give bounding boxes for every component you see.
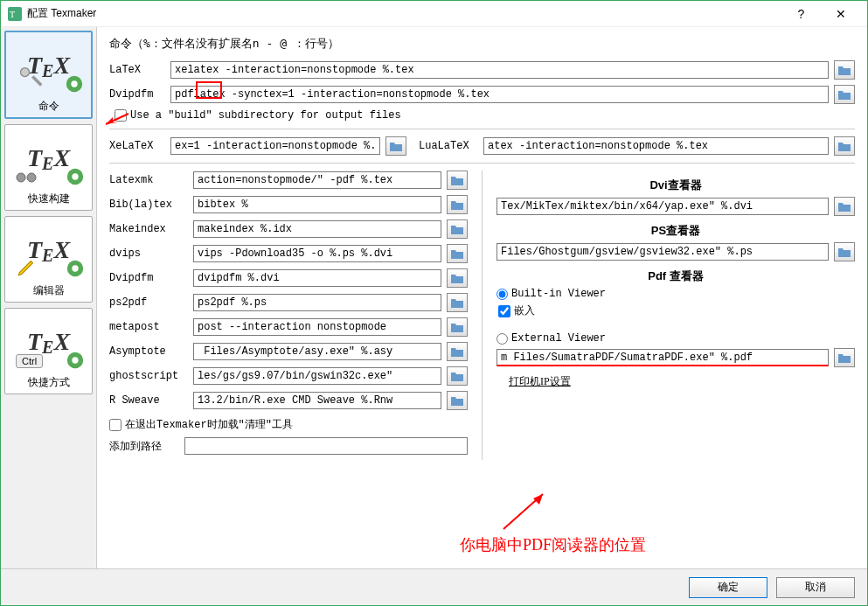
svg-point-10 (72, 265, 78, 271)
browse-button[interactable] (834, 60, 855, 80)
lualatex-label: LuaLaTeX (419, 140, 478, 152)
sidebar-item-label: 快速构建 (9, 192, 88, 206)
lualatex-input[interactable] (483, 137, 829, 155)
browse-button[interactable] (447, 268, 468, 288)
external-viewer-label: External Viewer (511, 332, 606, 345)
cmd-label: R Sweave (109, 394, 188, 407)
folder-icon (837, 352, 851, 364)
cmd-input[interactable] (193, 343, 441, 360)
sidebar-item-label: 命令 (10, 99, 87, 114)
cmd-input[interactable] (193, 367, 441, 385)
browse-button[interactable] (447, 244, 468, 263)
folder-icon (450, 394, 464, 407)
folder-icon (450, 223, 464, 235)
cmd-input[interactable] (193, 245, 441, 262)
browse-button[interactable] (447, 317, 468, 337)
cmd-input[interactable] (193, 196, 441, 213)
browse-button[interactable] (447, 391, 468, 410)
svg-point-12 (72, 357, 78, 363)
browse-button[interactable] (447, 293, 468, 312)
folder-icon (450, 247, 464, 260)
embed-checkbox[interactable] (498, 305, 510, 317)
folder-icon (837, 64, 851, 76)
sidebar-item-shortcuts[interactable]: TEX Ctrl 快捷方式 (4, 308, 93, 394)
svg-point-8 (72, 173, 78, 179)
svg-point-6 (27, 173, 36, 182)
dvi-viewer-input[interactable] (496, 198, 829, 215)
folder-icon (837, 88, 851, 101)
xelatex-label: XeLaTeX (109, 140, 165, 152)
sidebar: TEX 命令 TEX 快速构建 TEX 编辑器 (1, 27, 97, 605)
left-commands-column: LatexmkBib(la)texMakeindexdvipsDvipdfmps… (109, 171, 468, 460)
printer-settings-link[interactable]: 打印机IP设置 (509, 374, 855, 389)
folder-icon (450, 174, 464, 186)
browse-button[interactable] (834, 197, 855, 216)
xelatex-input[interactable] (170, 137, 380, 155)
ps-viewer-input[interactable] (496, 243, 829, 261)
cmd-input[interactable] (193, 269, 441, 287)
folder-icon (450, 199, 464, 211)
external-viewer-radio[interactable] (496, 333, 508, 345)
cleanup-checkbox[interactable] (109, 419, 122, 431)
dvipdfm-input[interactable] (170, 86, 829, 103)
folder-icon (837, 140, 851, 152)
annotation-arrow-icon (102, 110, 132, 131)
folder-icon (837, 246, 851, 258)
svg-text:T: T (10, 10, 15, 19)
browse-button[interactable] (834, 242, 855, 261)
addpath-input[interactable] (184, 437, 468, 455)
addpath-label: 添加到路径 (109, 439, 179, 454)
browse-button[interactable] (447, 342, 468, 361)
ok-button[interactable]: 确定 (689, 577, 767, 598)
cmd-label: ps2pdf (109, 296, 188, 309)
cmd-label: Dvipdfm (109, 272, 188, 284)
external-viewer-input[interactable] (496, 349, 829, 366)
main-panel: 命令（%：文件名没有扩展名n - @ ：行号） LaTeX Dvipdfm Us… (97, 27, 867, 605)
cmd-input[interactable] (193, 318, 441, 336)
browse-button[interactable] (385, 136, 406, 156)
svg-point-5 (17, 173, 25, 182)
builtin-viewer-label: Built-in Viewer (511, 288, 606, 300)
folder-icon (450, 345, 464, 358)
sidebar-item-editor[interactable]: TEX 编辑器 (4, 216, 93, 303)
embed-label: 嵌入 (514, 303, 535, 318)
app-icon: T (8, 7, 22, 21)
cleanup-label: 在退出Texmaker时加载"清理"工具 (125, 417, 293, 432)
builtin-viewer-radio[interactable] (496, 289, 508, 300)
viewers-column: Dvi查看器 PS查看器 Pdf 查看器 Built-in Viewer (496, 171, 855, 460)
close-button[interactable]: ✕ (821, 1, 860, 27)
cmd-input[interactable] (193, 171, 441, 189)
browse-button[interactable] (834, 348, 855, 367)
cmd-label: dvips (109, 247, 188, 260)
cmd-label: Makeindex (109, 223, 188, 235)
browse-button[interactable] (447, 171, 468, 190)
commands-heading: 命令（%：文件名没有扩展名n - @ ：行号） (109, 36, 855, 52)
folder-icon (450, 370, 464, 382)
cmd-input[interactable] (193, 392, 441, 409)
folder-icon (450, 296, 464, 309)
gear-icon (66, 167, 85, 186)
browse-button[interactable] (447, 195, 468, 214)
sidebar-item-commands[interactable]: TEX 命令 (4, 31, 93, 119)
ps-viewer-title: PS查看器 (496, 223, 855, 239)
sidebar-item-quickbuild[interactable]: TEX 快速构建 (4, 124, 93, 211)
gear-icon (66, 259, 85, 278)
browse-button[interactable] (834, 136, 855, 156)
browse-button[interactable] (447, 219, 468, 239)
help-button[interactable]: ? (781, 1, 821, 27)
titlebar: T 配置 Texmaker ? ✕ (1, 1, 867, 27)
cancel-button[interactable]: 取消 (776, 577, 855, 598)
browse-button[interactable] (834, 85, 855, 104)
cmd-input[interactable] (193, 294, 441, 311)
dvipdfm-label: Dvipdfm (109, 88, 165, 101)
svg-point-2 (21, 68, 30, 77)
sidebar-item-label: 编辑器 (9, 283, 88, 298)
browse-button[interactable] (447, 366, 468, 386)
latex-input[interactable] (170, 61, 829, 79)
dialog-footer: 确定 取消 (1, 568, 867, 605)
cmd-label: ghostscript (109, 370, 188, 382)
cmd-input[interactable] (193, 220, 441, 238)
dvi-viewer-title: Dvi查看器 (496, 178, 855, 193)
cmd-label: Bib(la)tex (109, 199, 188, 211)
gear-icon (66, 351, 85, 370)
